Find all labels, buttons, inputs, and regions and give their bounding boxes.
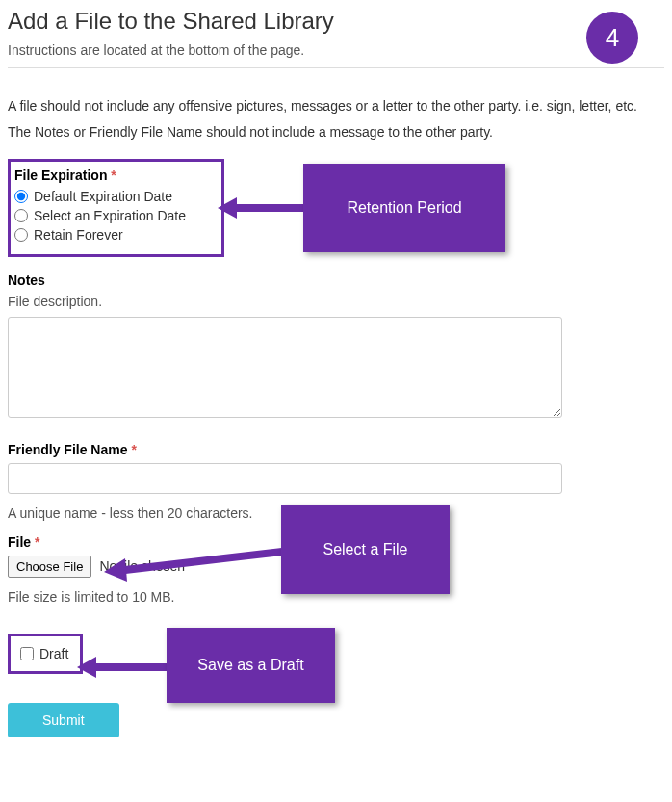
arrow-icon — [96, 537, 284, 585]
callout-retention: Retention Period — [303, 164, 505, 252]
required-marker: * — [35, 534, 39, 550]
instructions-line-2: The Notes or Friendly File Name should n… — [8, 124, 664, 140]
radio-retain-forever-label: Retain Forever — [34, 227, 123, 243]
radio-select-expiration[interactable]: Select an Expiration Date — [14, 208, 214, 223]
required-marker: * — [111, 168, 116, 183]
page-subtitle: Instructions are located at the bottom o… — [8, 42, 664, 58]
step-badge: 4 — [586, 12, 638, 64]
radio-select-expiration-input[interactable] — [14, 209, 28, 222]
svg-marker-6 — [77, 657, 96, 678]
step-number: 4 — [606, 23, 619, 53]
divider — [8, 67, 664, 68]
notes-textarea[interactable] — [8, 317, 562, 418]
svg-marker-2 — [218, 197, 237, 219]
callout-select-file: Select a File — [281, 505, 450, 594]
file-expiration-label: File Expiration * — [14, 168, 214, 183]
friendly-name-input[interactable] — [8, 463, 562, 494]
file-label-text: File — [8, 534, 31, 550]
svg-line-3 — [125, 552, 282, 570]
file-expiration-label-text: File Expiration — [14, 168, 107, 183]
required-marker: * — [131, 442, 136, 457]
friendly-name-label-text: Friendly File Name — [8, 442, 127, 457]
instructions-line-1: A file should not include any offensive … — [8, 97, 664, 116]
draft-label: Draft — [39, 646, 68, 661]
arrow-icon — [214, 194, 306, 222]
submit-button[interactable]: Submit — [8, 703, 119, 737]
radio-retain-forever[interactable]: Retain Forever — [14, 227, 214, 243]
radio-select-expiration-label: Select an Expiration Date — [34, 208, 186, 223]
file-expiration-group: File Expiration * Default Expiration Dat… — [8, 159, 224, 257]
callout-save-draft: Save as a Draft — [167, 628, 335, 703]
radio-default-expiration-input[interactable] — [14, 190, 28, 203]
notes-label: Notes — [8, 272, 664, 288]
notes-helper: File description. — [8, 294, 664, 309]
choose-file-button[interactable]: Choose File — [8, 556, 91, 578]
arrow-icon — [73, 653, 169, 682]
page-title: Add a File to the Shared Library — [8, 8, 664, 35]
callout-retention-text: Retention Period — [347, 199, 461, 217]
svg-marker-4 — [104, 558, 127, 582]
callout-save-draft-text: Save as a Draft — [197, 657, 303, 674]
radio-default-expiration-label: Default Expiration Date — [34, 189, 172, 204]
friendly-name-label: Friendly File Name * — [8, 442, 664, 457]
callout-select-file-text: Select a File — [323, 541, 407, 558]
radio-retain-forever-input[interactable] — [14, 228, 28, 242]
draft-checkbox[interactable] — [20, 647, 34, 660]
draft-group: Draft — [8, 634, 83, 674]
radio-default-expiration[interactable]: Default Expiration Date — [14, 189, 214, 204]
